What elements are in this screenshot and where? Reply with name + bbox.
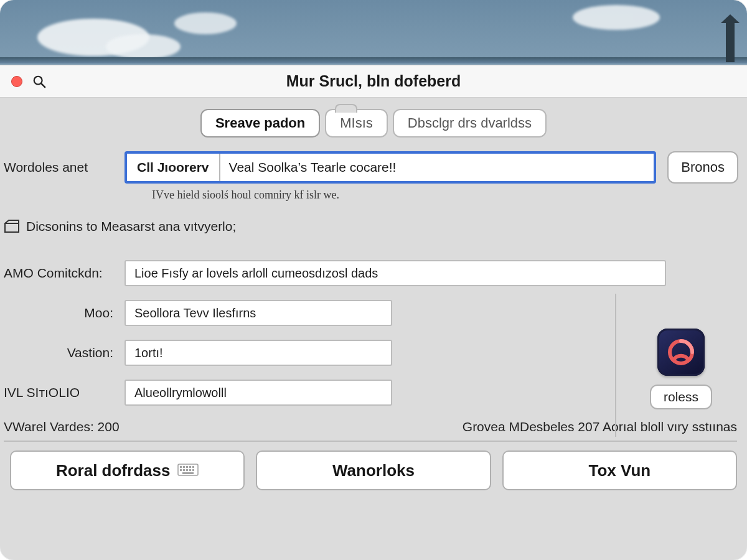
studio-label: IVL SIтıOLIO [0, 385, 125, 400]
titlebar: Mur Srucl, bln dofeberd [0, 65, 747, 98]
roral-dofrdass-button[interactable]: Roral dofrdass [10, 450, 245, 490]
svg-rect-13 [186, 466, 188, 468]
address-input[interactable]: Veal Soolka’s Tearle cocare!! [220, 154, 654, 181]
app-icon[interactable] [657, 329, 705, 376]
stats-bar: VWarel Vardes: 200 Grovea MDesbeles 207 … [4, 419, 737, 442]
svg-rect-17 [183, 469, 185, 471]
svg-rect-8 [5, 223, 19, 232]
moo-field[interactable]: Seollora Tevv Ilesfırns [125, 300, 392, 326]
side-panel: roless [631, 329, 731, 409]
comickdn-field[interactable]: Lioe Fısfy ar lovels arloll cumeosdızosl… [125, 260, 666, 286]
keyboard-icon [177, 461, 199, 480]
svg-rect-12 [183, 466, 185, 468]
svg-line-7 [41, 83, 45, 86]
close-window-button[interactable] [11, 76, 22, 87]
wanorloks-button[interactable]: Wanorloks [256, 450, 491, 490]
studio-field[interactable]: Alueollrymlowolll [125, 380, 392, 406]
stats-left-label: VWarel Vardes: [4, 419, 94, 434]
svg-rect-16 [180, 469, 182, 471]
tab-misis[interactable]: MIsıs [325, 109, 388, 138]
moo-label: Moo: [0, 306, 125, 320]
svg-rect-15 [192, 466, 194, 468]
bottom-bar: Roral dofrdass Wanorloks Tox Vun [10, 450, 737, 490]
address-bar[interactable]: Cll Jıoorerv Veal Soolka’s Tearle cocare… [125, 151, 656, 184]
svg-rect-20 [192, 469, 194, 471]
roral-dofrdass-label: Roral dofrdass [56, 461, 171, 480]
vastion-field[interactable]: 1ortı! [125, 340, 392, 366]
stats-left-value: 200 [98, 419, 120, 434]
tab-sreave-padon[interactable]: Sreave padon [200, 109, 320, 138]
tox-vun-label: Tox Vun [588, 461, 651, 480]
bronos-button[interactable]: Bronos [667, 151, 738, 184]
svg-rect-21 [182, 472, 194, 474]
roless-button[interactable]: roless [650, 385, 712, 409]
svg-rect-18 [186, 469, 188, 471]
notice-text: Dicsonins to Measarst ana vıtvyerlo; [26, 219, 236, 234]
wanorloks-label: Wanorloks [332, 461, 415, 480]
stats-right: Grovea MDesbeles 207 Aorıal bloll vıry s… [463, 419, 737, 434]
address-segment[interactable]: Cll Jıoorerv [127, 154, 220, 181]
address-caption: IVve hield sioolś houl comniry kf islr w… [152, 189, 747, 202]
tox-vun-button[interactable]: Tox Vun [502, 450, 737, 490]
svg-rect-11 [180, 466, 182, 468]
app-window: Mur Srucl, bln dofeberd Sreave padon MIs… [0, 65, 747, 560]
form: AMO Comitckdn: Lioe Fısfy ar lovels arlo… [0, 260, 747, 406]
comickdn-label: AMO Comitckdn: [0, 266, 125, 281]
svg-rect-19 [189, 469, 191, 471]
tab-dbsclgr[interactable]: Dbsclgr drs dvarldss [393, 109, 547, 138]
tabs: Sreave padon MIsıs Dbsclgr drs dvarldss [0, 109, 747, 138]
search-icon[interactable] [32, 75, 46, 88]
vastion-label: Vastion: [0, 345, 125, 360]
address-label: Wordoles anet [0, 151, 125, 184]
box-icon [4, 220, 20, 233]
window-title: Mur Srucl, bln dofeberd [0, 72, 747, 90]
svg-rect-14 [189, 466, 191, 468]
notice-row: Dicsonins to Measarst ana vıtvyerlo; [4, 219, 747, 234]
